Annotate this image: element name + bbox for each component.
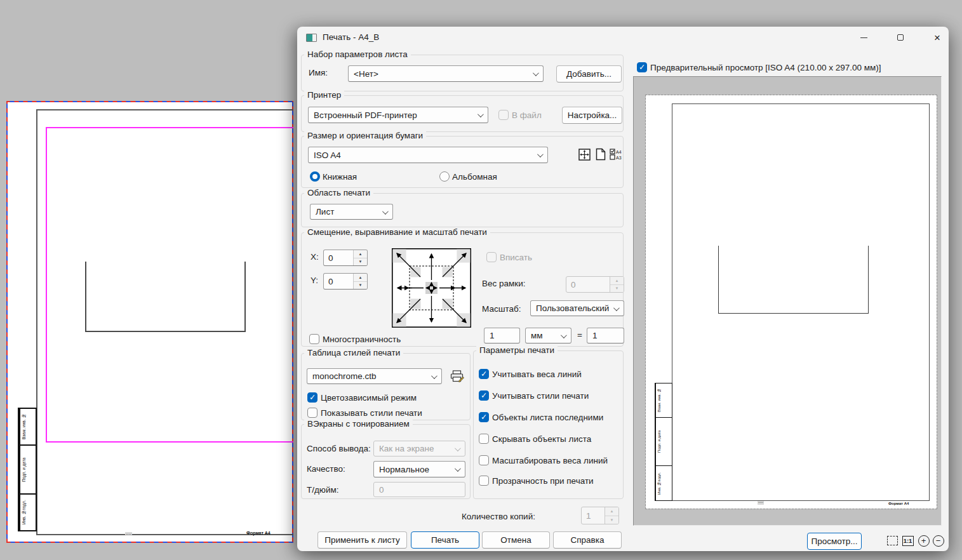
edit-style-table-printer-icon[interactable] <box>450 370 464 382</box>
dialog-titlebar[interactable]: Печать - A4_B × <box>297 27 949 50</box>
print-button-label: Печать <box>431 535 459 545</box>
group-legend: Принтер <box>304 90 344 100</box>
scale-unit-select[interactable]: мм <box>525 328 571 343</box>
zoom-out-button[interactable]: − <box>932 535 944 547</box>
group-style-table: Таблица стилей печати monochrome.ctb Цве… <box>301 353 471 420</box>
copies-spinner[interactable]: 1 ▲▼ <box>581 507 619 524</box>
new-paper-icon[interactable] <box>596 148 606 161</box>
title-block-sidebar: Взам. инв. № Подп. и дата Инв. №подл. <box>18 408 37 531</box>
close-icon: × <box>934 32 940 43</box>
spin-down-icon[interactable]: ▼ <box>354 258 367 266</box>
print-button[interactable]: Печать <box>411 531 479 549</box>
scale-select[interactable]: Пользовательский <box>530 300 624 316</box>
to-file-checkbox[interactable] <box>498 110 509 120</box>
print-dialog: Печать - A4_B × Набор параметров листа И… <box>297 27 949 551</box>
copies-value: 1 <box>582 507 605 524</box>
paperspace-last-checkbox[interactable] <box>479 412 489 422</box>
format-label: Формат А4 <box>246 531 271 535</box>
preview-polyline <box>718 246 869 314</box>
scale-lineweights-label: Масштабировать веса линий <box>492 456 608 465</box>
spin-up-icon[interactable]: ▲ <box>605 507 618 516</box>
printer-setup-button[interactable]: Настройка... <box>562 107 622 124</box>
name-label: Имя: <box>309 68 328 77</box>
print-area-value: Лист <box>316 207 334 217</box>
plot-styles-checkbox[interactable] <box>479 390 489 401</box>
scale-lineweights-checkbox[interactable] <box>479 455 489 465</box>
group-legend: Область печати <box>304 188 373 197</box>
zoom-extents-button[interactable] <box>886 535 899 547</box>
help-button-label: Справка <box>571 535 605 545</box>
help-button[interactable]: Справка <box>553 531 622 549</box>
preview-checkbox[interactable] <box>637 62 647 72</box>
add-button[interactable]: Добавить... <box>556 65 622 83</box>
chevron-down-icon <box>561 332 567 338</box>
apply-to-layout-button[interactable]: Применить к листу <box>317 531 407 549</box>
chevron-down-icon <box>431 373 438 379</box>
chevron-down-icon <box>382 208 389 215</box>
minimize-button[interactable] <box>849 27 878 48</box>
zoom-in-button[interactable]: + <box>918 535 930 547</box>
spin-down-icon[interactable]: ▼ <box>610 285 624 293</box>
x-offset-spinner[interactable]: 0 ▲▼ <box>323 250 368 266</box>
setup-button-label: Настройка... <box>568 110 617 120</box>
scale-unit-value: мм <box>531 331 543 340</box>
show-styles-label: Показывать стили печати <box>321 408 422 418</box>
scale-label: Масштаб: <box>482 304 521 314</box>
fit-checkbox[interactable] <box>486 252 497 262</box>
show-styles-checkbox[interactable] <box>307 408 317 418</box>
spin-up-icon[interactable]: ▲ <box>354 250 367 258</box>
cancel-button-label: Отмена <box>500 535 531 545</box>
frame-weight-label: Вес рамки: <box>482 279 526 288</box>
chevron-down-icon <box>533 70 539 76</box>
landscape-radio[interactable] <box>439 171 450 182</box>
scale-paper-units-value: 1 <box>490 331 495 340</box>
multipage-checkbox[interactable] <box>309 334 319 344</box>
multipage-label: Многостраничность <box>323 335 401 344</box>
preview-button[interactable]: Просмотр... <box>807 533 862 550</box>
style-table-select[interactable]: monochrome.ctb <box>307 368 442 384</box>
scale-drawing-units-value: 1 <box>592 331 598 340</box>
scale-drawing-units-input[interactable]: 1 <box>587 328 624 343</box>
quality-select[interactable]: Нормальное <box>373 461 465 477</box>
output-mode-select[interactable]: Как на экране <box>373 441 465 457</box>
color-dependent-checkbox[interactable] <box>307 392 317 403</box>
print-area-select[interactable]: Лист <box>310 204 393 220</box>
spin-up-icon[interactable]: ▲ <box>610 277 624 285</box>
scale-paper-units-input[interactable]: 1 <box>484 328 520 343</box>
minus-icon: − <box>933 535 944 547</box>
maximize-button[interactable] <box>886 27 915 48</box>
frame-weight-spinner[interactable]: 0 ▲▼ <box>566 276 624 293</box>
preview-area: Взам. инв. № Подп. и дата Инв. №подл. Фо… <box>633 76 942 526</box>
title-block-empty <box>27 495 36 530</box>
transparency-checkbox[interactable] <box>479 476 489 486</box>
title-block-cell: Подп. и дата <box>19 446 36 495</box>
group-legend: Размер и ориентация бумаги <box>304 131 426 140</box>
spin-down-icon[interactable]: ▼ <box>354 282 367 290</box>
portrait-radio[interactable] <box>310 171 320 182</box>
lineweights-checkbox[interactable] <box>479 369 489 379</box>
fit-paper-icon[interactable] <box>578 149 591 161</box>
quality-label: Качество: <box>307 464 345 474</box>
plot-styles-label: Учитывать стили печати <box>492 391 589 401</box>
title-block-cell: Инв. №подл. <box>19 495 36 530</box>
preview-format-label: Формат А4 <box>888 502 909 505</box>
paper-formats-icon[interactable]: A4 A3 <box>610 148 624 161</box>
paper-size-select[interactable]: ISO A4 <box>308 147 548 163</box>
title-block-label: Взам. инв. № <box>655 383 663 417</box>
alignment-widget[interactable] <box>392 248 471 328</box>
hide-paperspace-checkbox[interactable] <box>479 434 489 444</box>
a3-format-text: A3 <box>616 156 622 160</box>
maximize-icon <box>897 34 904 41</box>
y-offset-spinner[interactable]: 0 ▲▼ <box>323 273 368 290</box>
zoom-one-to-one-button[interactable]: 1:1 <box>902 535 914 547</box>
dpi-input[interactable]: 0 <box>373 482 465 497</box>
cancel-button[interactable]: Отмена <box>482 531 550 549</box>
title-block-label: Подп. и дата <box>655 418 663 465</box>
param-set-name-select[interactable]: <Нет> <box>348 65 544 82</box>
chevron-down-icon <box>455 445 461 451</box>
printer-select[interactable]: Встроенный PDF-принтер <box>308 107 488 123</box>
title-block-label: Подп. и дата <box>19 446 27 493</box>
spin-up-icon[interactable]: ▲ <box>354 274 367 282</box>
close-button[interactable]: × <box>923 27 952 48</box>
spin-down-icon[interactable]: ▼ <box>605 516 618 524</box>
